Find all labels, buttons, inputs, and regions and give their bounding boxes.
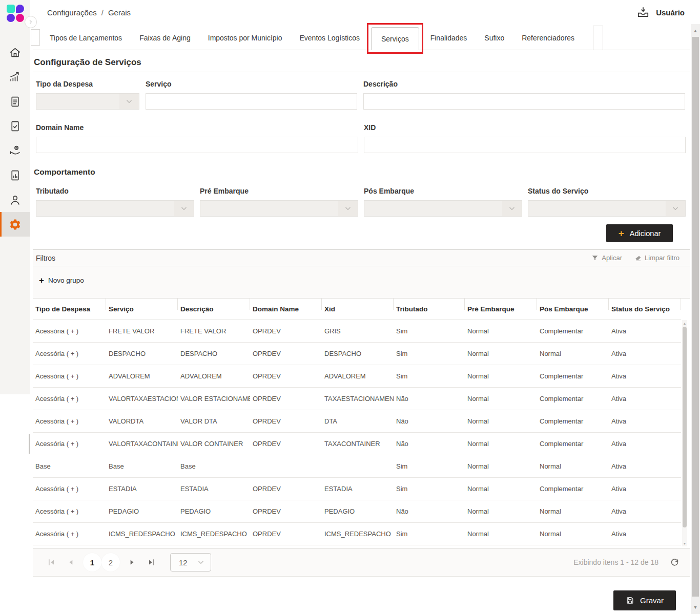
behavior-section-title: Comportamento bbox=[34, 167, 95, 177]
sidebar-item-settings-gear[interactable] bbox=[0, 212, 30, 237]
column-header-xid[interactable]: Xid bbox=[322, 299, 394, 320]
tab-tipos-de-lancamentos[interactable]: Tipos de Lançamentos bbox=[44, 26, 128, 50]
tab-referenciadores[interactable]: Referenciadores bbox=[516, 26, 581, 50]
select-tributado[interactable] bbox=[36, 200, 194, 217]
input-xid[interactable] bbox=[364, 137, 686, 153]
sidebar-item-task-check[interactable] bbox=[0, 114, 30, 138]
column-header-tipo-de-despesa[interactable]: Tipo de Despesa bbox=[33, 299, 106, 320]
clear-filter-button[interactable]: Limpar filtro bbox=[634, 254, 680, 262]
table-cell: Complementar bbox=[537, 440, 609, 448]
table-cell: DTA bbox=[322, 417, 394, 425]
table-row-3[interactable]: Acessória ( + )ADVALOREMADVALOREMOPRDEVA… bbox=[33, 365, 681, 388]
apply-filter-button[interactable]: Aplicar bbox=[591, 254, 622, 262]
table-row-1[interactable]: Acessória ( + )FRETE VALORFRETE VALOROPR… bbox=[33, 320, 681, 343]
sidebar-item-payment-hand[interactable] bbox=[0, 138, 30, 163]
sidebar-item-analytics[interactable] bbox=[0, 65, 30, 89]
table-row-7[interactable]: BaseBaseBaseSimNormalNormalAtiva bbox=[33, 455, 681, 478]
table-cell: Acessória ( + ) bbox=[33, 327, 106, 335]
input-descricao[interactable] bbox=[363, 93, 685, 110]
select-status-do-servico[interactable] bbox=[528, 200, 686, 217]
table-cell: Não bbox=[394, 440, 465, 448]
report-icon bbox=[9, 169, 22, 182]
column-header-pos-embarque[interactable]: Pós Embarque bbox=[537, 299, 609, 320]
table-row-4[interactable]: Acessória ( + )VALORTAXAESTACION...VALOR… bbox=[33, 388, 681, 410]
field-label: Serviço bbox=[146, 80, 357, 88]
tab-servicos[interactable]: Serviços bbox=[371, 27, 419, 50]
payment-hand-icon bbox=[9, 144, 22, 157]
sidebar-item-document[interactable] bbox=[0, 89, 30, 114]
column-header-descricao[interactable]: Descrição bbox=[178, 299, 250, 320]
sidebar-item-home[interactable] bbox=[0, 40, 30, 65]
tab-label: Referenciadores bbox=[522, 34, 574, 42]
table-row-9[interactable]: Acessória ( + )PEDAGIOPEDAGIOOPRDEVPEDAG… bbox=[33, 500, 681, 523]
table-cell: VALORTAXACONTAINER bbox=[106, 440, 178, 448]
table-scrollbar-thumb[interactable] bbox=[683, 327, 687, 527]
breadcrumb-item-configuracoes[interactable]: Configurações bbox=[47, 8, 97, 17]
table-cell: Normal bbox=[537, 350, 609, 357]
table-cell: FRETE VALOR bbox=[106, 327, 178, 335]
table-scrollbar[interactable]: ▲ ▼ bbox=[682, 320, 687, 546]
input-servico[interactable] bbox=[146, 93, 357, 110]
table-row-5[interactable]: Acessória ( + )VALORDTAVALOR DTAOPRDEVDT… bbox=[33, 410, 681, 433]
sidebar-item-report[interactable] bbox=[0, 163, 30, 187]
column-header-domain-name[interactable]: Domain Name bbox=[250, 299, 322, 320]
select-tipo-da-despesa[interactable] bbox=[36, 93, 139, 110]
page-scrollbar-thumb[interactable] bbox=[692, 37, 699, 597]
table-cell: Normal bbox=[465, 530, 537, 538]
tab-sufixo[interactable]: Sufixo bbox=[478, 26, 510, 50]
tab-finalidades[interactable]: Finalidades bbox=[424, 26, 473, 50]
table-cell: OPRDEV bbox=[250, 350, 322, 357]
table-row-10[interactable]: Acessória ( + )ICMS_REDESPACHOICMS_REDES… bbox=[33, 523, 681, 545]
sidebar-expand-button[interactable] bbox=[25, 16, 37, 28]
input-domain-name[interactable] bbox=[36, 137, 358, 153]
user-menu[interactable]: Usuário bbox=[636, 6, 685, 19]
table-cell: Ativa bbox=[609, 462, 681, 470]
table-row-6[interactable]: Acessória ( + )VALORTAXACONTAINERVALOR C… bbox=[33, 433, 681, 455]
scroll-up-arrow[interactable]: ▲ bbox=[682, 321, 687, 326]
save-button[interactable]: Gravar bbox=[613, 590, 676, 610]
page-scroll-up-arrow[interactable]: ▲ bbox=[691, 27, 700, 34]
new-group-button[interactable]: + Novo grupo bbox=[39, 276, 84, 285]
page-2-button[interactable]: 2 bbox=[101, 553, 120, 571]
table-cell: Acessória ( + ) bbox=[33, 350, 106, 357]
tab-eventos-logisticos[interactable]: Eventos Logísticos bbox=[293, 26, 366, 50]
select-pre-embarque[interactable] bbox=[200, 200, 358, 217]
tab-faixas-de-aging[interactable]: Faixas de Aging bbox=[133, 26, 197, 50]
sidebar bbox=[0, 0, 30, 394]
table-cell: OPRDEV bbox=[250, 327, 322, 335]
table-cell: Complementar bbox=[537, 372, 609, 380]
app-logo[interactable] bbox=[7, 5, 24, 22]
tab-impostos-por-municipio[interactable]: Impostos por Município bbox=[202, 26, 289, 50]
tab-scroll-left-button[interactable] bbox=[31, 29, 40, 46]
page-size-select[interactable]: 12 bbox=[170, 553, 211, 571]
scroll-down-arrow[interactable]: ▼ bbox=[682, 541, 687, 546]
sidebar-item-user[interactable] bbox=[0, 187, 30, 212]
logo-shape-pink-dot bbox=[16, 14, 24, 22]
table-cell: Normal bbox=[465, 440, 537, 448]
pagination-bar: 1212 Exibindo itens 1 - 12 de 18 bbox=[33, 548, 690, 577]
page-numbers: 12 bbox=[83, 553, 120, 571]
refresh-icon[interactable] bbox=[670, 558, 680, 567]
tab-label: Impostos por Município bbox=[208, 34, 282, 42]
next-page-button[interactable] bbox=[126, 556, 138, 568]
page-1-button[interactable]: 1 bbox=[83, 553, 101, 571]
tab-scroll-right-button[interactable] bbox=[593, 26, 603, 50]
breadcrumb-item-gerais[interactable]: Gerais bbox=[108, 8, 131, 17]
table-cell: Ativa bbox=[609, 507, 681, 515]
column-header-pre-embarque[interactable]: Pré Embarque bbox=[465, 299, 537, 320]
previous-page-button[interactable] bbox=[65, 556, 77, 568]
page-scrollbar[interactable]: ▲ ▼ bbox=[691, 24, 700, 614]
last-page-button[interactable] bbox=[146, 556, 158, 568]
page-scroll-down-arrow[interactable]: ▼ bbox=[691, 604, 700, 611]
table-row-8[interactable]: Acessória ( + )ESTADIAESTADIAOPRDEVESTAD… bbox=[33, 478, 681, 500]
column-header-status-do-servico[interactable]: Status do Serviço bbox=[609, 299, 681, 320]
column-header-tributado[interactable]: Tributado bbox=[394, 299, 465, 320]
first-page-button[interactable] bbox=[45, 556, 57, 568]
add-button[interactable]: + Adicionar bbox=[606, 224, 673, 242]
sidebar-scrollbar-thumb[interactable] bbox=[29, 434, 30, 454]
table-row-2[interactable]: Acessória ( + )DESPACHODESPACHOOPRDEVDES… bbox=[33, 343, 681, 365]
select-pos-embarque[interactable] bbox=[364, 200, 522, 217]
logo-shape-purple-leaf bbox=[16, 5, 24, 13]
table-cell: Acessória ( + ) bbox=[33, 507, 106, 515]
column-header-servico[interactable]: Serviço bbox=[106, 299, 178, 320]
